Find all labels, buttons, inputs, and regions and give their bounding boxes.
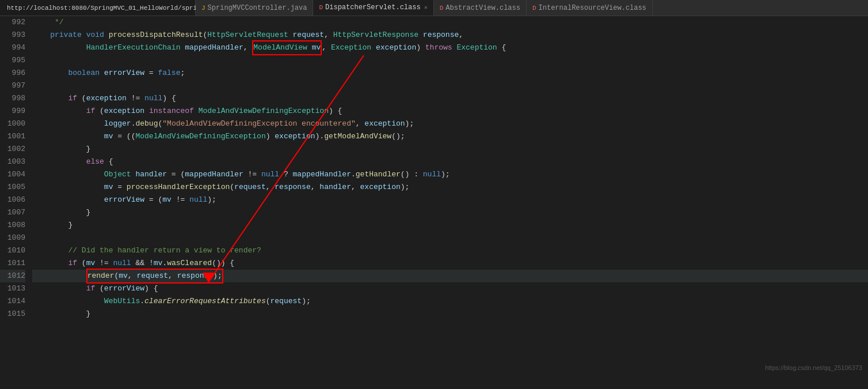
code-line-1015: } xyxy=(32,308,868,320)
code-line-1005: mv = processHandlerException(request, re… xyxy=(32,181,868,194)
code-line-999: if (exception instanceof ModelAndViewDef… xyxy=(32,105,868,118)
tab-spring-controller[interactable]: J SpringMVCController.java xyxy=(196,0,313,16)
code-line-1007: } xyxy=(32,206,868,219)
watermark: https://blog.csdn.net/qq_25106373 xyxy=(765,361,862,374)
code-line-1013: if (errorView) { xyxy=(32,282,868,295)
code-line-1004: Object handler = (mappedHandler != null … xyxy=(32,168,868,181)
code-line-1008: } xyxy=(32,219,868,232)
code-line-997 xyxy=(32,80,868,92)
dispatcher-servlet-icon: D xyxy=(319,4,323,11)
spring-controller-icon: J xyxy=(201,5,205,12)
model-and-view-box: ModelAndView mv xyxy=(252,40,322,55)
line-numbers: 992 993 994 995 996 997 998 999 1000 100… xyxy=(0,16,30,376)
code-line-993: private void processDispatchResult(HttpS… xyxy=(32,29,868,41)
code-line-992: */ xyxy=(32,16,868,29)
spring-controller-label: SpringMVCController.java xyxy=(208,4,307,12)
dispatcher-servlet-label: DispatcherServlet.class xyxy=(325,3,421,12)
code-line-994: HandlerExecutionChain mappedHandler, Mod… xyxy=(32,41,868,54)
code-line-1002: } xyxy=(32,143,868,156)
code-line-1012: render(mv, request, response); xyxy=(32,270,868,282)
code-line-1014: WebUtils.clearErrorRequestAttributes(req… xyxy=(32,295,868,308)
code-line-1010: // Did the handler return a view to rend… xyxy=(32,244,868,257)
code-line-1000: logger.debug("ModelAndViewDefiningExcept… xyxy=(32,118,868,130)
editor: 992 993 994 995 996 997 998 999 1000 100… xyxy=(0,16,868,376)
code-line-998: if (exception != null) { xyxy=(32,92,868,105)
code-line-995 xyxy=(32,54,868,67)
code-line-1009 xyxy=(32,232,868,244)
code-line-996: boolean errorView = false; xyxy=(32,67,868,80)
code-line-1011: if (mv != null && !mv.wasCleared()) { xyxy=(32,257,868,270)
internal-resource-view-icon: D xyxy=(532,5,536,12)
render-box: render(mv, request, response); xyxy=(86,269,223,284)
internal-resource-view-label: InternalResourceView.class xyxy=(539,4,646,12)
abstract-view-label: AbstractView.class xyxy=(446,4,520,12)
code-line-1006: errorView = (mv != null); xyxy=(32,194,868,206)
tab-dispatcher-servlet[interactable]: D DispatcherServlet.class ✕ xyxy=(313,0,433,16)
abstract-view-icon: D xyxy=(440,5,444,12)
tab-bar: http://localhost:8080/SpringMVC_01_Hello… xyxy=(0,0,868,16)
close-icon[interactable]: ✕ xyxy=(424,4,428,11)
tab-abstract-view[interactable]: D AbstractView.class xyxy=(434,0,527,16)
tab-internal-resource-view[interactable]: D InternalResourceView.class xyxy=(527,0,653,16)
code-line-1001: mv = ((ModelAndViewDefiningException) ex… xyxy=(32,130,868,143)
tab-url[interactable]: http://localhost:8080/SpringMVC_01_Hello… xyxy=(0,0,196,16)
code-line-1003: else { xyxy=(32,156,868,168)
code-area: */ private void processDispatchResult(Ht… xyxy=(30,16,868,376)
